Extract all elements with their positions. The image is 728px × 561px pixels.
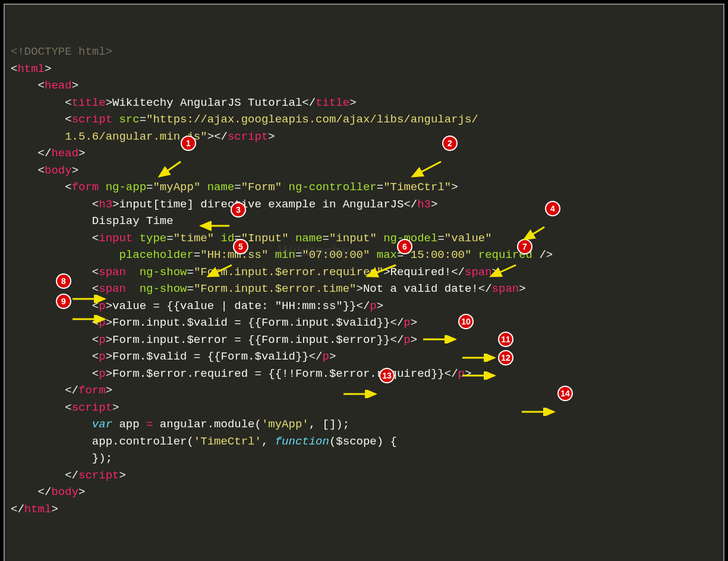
annotation-badge-8: 8 [56, 273, 71, 289]
annotation-badge-1: 1 [181, 135, 196, 151]
annotation-badge-2: 2 [442, 135, 458, 151]
code-editor: Wikitechy <!DOCTYPE html> <html> <head> … [4, 4, 724, 561]
annotation-badge-7: 7 [517, 239, 532, 254]
annotation-badge-14: 14 [557, 386, 573, 401]
code-line: <!DOCTYPE html> [11, 45, 112, 58]
annotation-badge-12: 12 [498, 350, 513, 365]
annotation-badge-9: 9 [56, 294, 71, 309]
annotation-badge-6: 6 [397, 239, 412, 254]
annotation-badge-4: 4 [545, 201, 560, 216]
arrow-14 [519, 390, 557, 433]
annotation-badge-3: 3 [231, 202, 246, 218]
annotation-badge-13: 13 [379, 368, 395, 383]
arrow-10 [421, 318, 459, 360]
annotation-badge-10: 10 [458, 314, 474, 329]
annotation-badge-5: 5 [233, 239, 248, 254]
annotation-badge-11: 11 [498, 332, 513, 347]
